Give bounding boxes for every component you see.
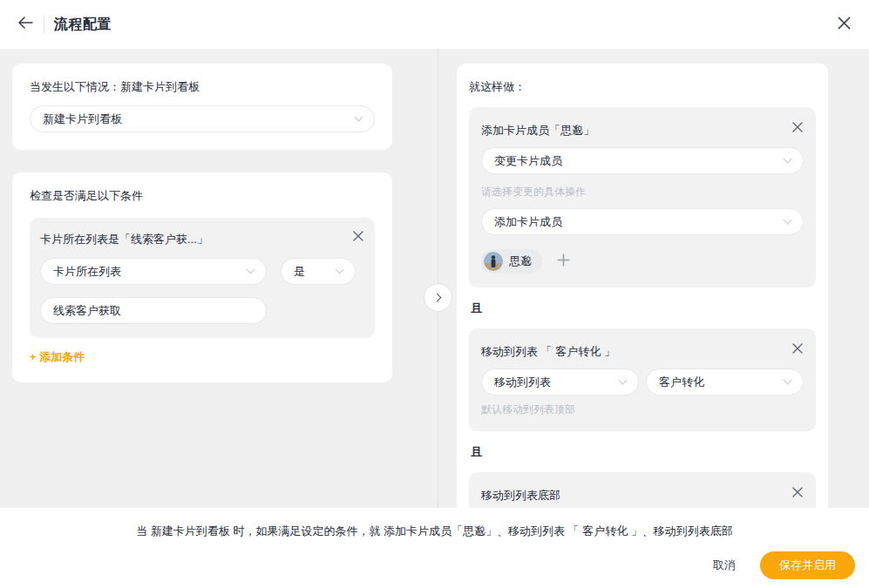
action-type-select[interactable]: 移动到列表 xyxy=(481,368,639,395)
condition-field-select[interactable]: 卡片所在列表 xyxy=(40,258,267,285)
plus-icon xyxy=(556,253,571,271)
member-operation-value: 添加卡片成员 xyxy=(494,214,562,230)
rule-summary-text: 当 新建卡片到看板 时，如果满足设定的条件，就 添加卡片成员「思邈」、移动到列表… xyxy=(0,508,869,539)
header-divider xyxy=(44,16,44,33)
close-icon xyxy=(352,230,364,246)
member-name: 思邈 xyxy=(509,253,532,269)
chevron-down-icon xyxy=(619,376,628,385)
close-icon xyxy=(791,342,804,358)
member-avatar xyxy=(484,252,503,271)
target-list-select[interactable]: 客户转化 xyxy=(646,368,804,395)
action-title: 移动到列表底部 xyxy=(481,486,560,504)
dialog-footer: 当 新建卡片到看板 时，如果满足设定的条件，就 添加卡片成员「思邈」、移动到列表… xyxy=(0,508,869,588)
actions-panel: 就这样做： 添加卡片成员「思邈」 变更卡片成员 xyxy=(457,64,828,508)
arrow-left-icon xyxy=(17,16,33,33)
action-type-value: 变更卡片成员 xyxy=(494,153,562,169)
dialog-header: 流程配置 xyxy=(0,0,869,49)
action-title: 移动到列表 「 客户转化 」 xyxy=(481,342,615,360)
add-condition-button[interactable]: + 添加条件 xyxy=(30,349,85,365)
conditions-title: 检查是否满足以下条件 xyxy=(30,188,375,204)
actions-card: 就这样做： 添加卡片成员「思邈」 变更卡片成员 xyxy=(457,64,828,508)
conditions-card: 检查是否满足以下条件 卡片所在列表是「线索客户获...」 卡片所在列表 xyxy=(12,172,392,382)
remove-condition-button[interactable] xyxy=(352,230,364,246)
action-title: 添加卡片成员「思邈」 xyxy=(481,121,594,139)
action-type-select[interactable]: 变更卡片成员 xyxy=(481,147,804,174)
trigger-title: 当发生以下情况：新建卡片到看板 xyxy=(30,79,375,95)
member-chip[interactable]: 思邈 xyxy=(481,249,542,274)
and-separator: 且 xyxy=(471,444,814,460)
trigger-event-select[interactable]: 新建卡片到看板 xyxy=(30,105,375,132)
action-item-add-member: 添加卡片成员「思邈」 变更卡片成员 请选择变更的具体操作 添 xyxy=(469,107,816,287)
condition-summary: 卡片所在列表是「线索客户获...」 xyxy=(40,230,208,247)
close-icon xyxy=(791,121,804,137)
actions-title: 就这样做： xyxy=(469,79,816,95)
chevron-right-icon xyxy=(432,294,441,302)
page-title: 流程配置 xyxy=(54,16,112,34)
condition-value-text: 线索客户获取 xyxy=(53,303,121,319)
config-content: 当发生以下情况：新建卡片到看板 新建卡片到看板 检查是否满足以下条件 卡片所在列… xyxy=(0,49,869,508)
save-and-enable-button[interactable]: 保存并启用 xyxy=(760,551,855,579)
action-type-value: 移动到列表 xyxy=(494,375,551,390)
operation-hint: 请选择变更的具体操作 xyxy=(481,185,804,199)
chevron-down-icon xyxy=(336,266,344,274)
move-hint: 默认移动到列表顶部 xyxy=(481,402,804,417)
chevron-down-icon xyxy=(784,155,792,164)
condition-operator-select[interactable]: 是 xyxy=(281,258,356,285)
trigger-card: 当发生以下情况：新建卡片到看板 新建卡片到看板 xyxy=(12,64,392,150)
cancel-button[interactable]: 取消 xyxy=(701,551,748,580)
condition-item: 卡片所在列表是「线索客户获...」 卡片所在列表 xyxy=(30,218,375,338)
then-connector-button[interactable] xyxy=(424,283,452,312)
remove-action-button[interactable] xyxy=(791,342,804,358)
remove-action-button[interactable] xyxy=(791,121,804,137)
add-member-button[interactable] xyxy=(556,253,571,271)
action-item-move-list: 移动到列表 「 客户转化 」 移动到列表 xyxy=(469,328,816,431)
trigger-condition-panel: 当发生以下情况：新建卡片到看板 新建卡片到看板 检查是否满足以下条件 卡片所在列… xyxy=(12,64,392,382)
close-icon xyxy=(837,16,852,34)
chevron-down-icon xyxy=(784,216,792,225)
condition-operator-value: 是 xyxy=(294,264,305,280)
and-separator: 且 xyxy=(471,301,814,316)
panel-divider xyxy=(438,49,438,508)
chevron-down-icon xyxy=(355,113,363,122)
target-list-value: 客户转化 xyxy=(659,375,704,390)
chevron-down-icon xyxy=(247,266,255,274)
action-item-move-bottom: 移动到列表底部 移动到列表底部 xyxy=(469,472,816,508)
condition-field-value: 卡片所在列表 xyxy=(53,264,121,280)
remove-action-button[interactable] xyxy=(791,486,804,502)
close-icon xyxy=(791,486,804,502)
condition-value-field[interactable]: 线索客户获取 xyxy=(40,297,267,324)
member-operation-select[interactable]: 添加卡片成员 xyxy=(481,208,804,235)
trigger-event-value: 新建卡片到看板 xyxy=(43,112,122,127)
dialog-close-button[interactable] xyxy=(837,16,852,34)
back-button[interactable] xyxy=(17,16,33,33)
chevron-down-icon xyxy=(784,376,792,385)
